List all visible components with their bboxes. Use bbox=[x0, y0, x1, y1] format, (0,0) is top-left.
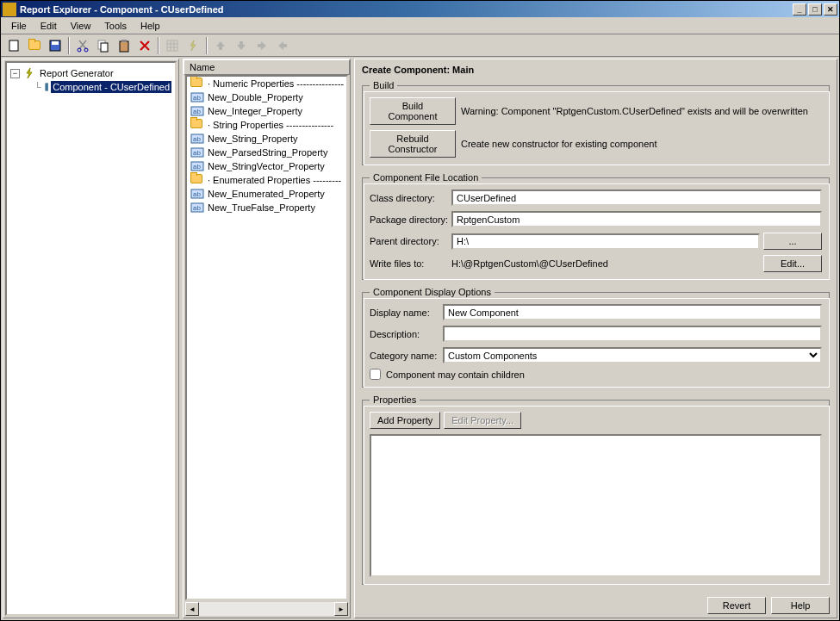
class-dir-input[interactable] bbox=[451, 189, 822, 206]
tree-root[interactable]: − Report Generator bbox=[10, 66, 171, 80]
menu-file[interactable]: File bbox=[4, 19, 34, 33]
list-item[interactable]: abNew_Enumerated_Property bbox=[187, 187, 346, 201]
list-item[interactable]: abNew_Double_Property bbox=[187, 90, 346, 104]
display-name-input[interactable] bbox=[443, 304, 822, 320]
build-component-button[interactable]: Build Component bbox=[370, 97, 456, 125]
list-item-label: · Enumerated Properties --------- bbox=[208, 175, 341, 185]
list-item-label: New_ParsedString_Property bbox=[208, 147, 327, 158]
paste-icon[interactable] bbox=[115, 36, 134, 55]
form-panel: Create Component: Main Build Build Compo… bbox=[354, 59, 837, 618]
menu-edit[interactable]: Edit bbox=[34, 19, 64, 33]
list-header[interactable]: Name bbox=[184, 59, 350, 75]
list-item-label: · String Properties --------------- bbox=[208, 120, 333, 130]
svg-rect-2 bbox=[52, 41, 59, 45]
copy-icon[interactable] bbox=[94, 36, 113, 55]
list-body[interactable]: · Numeric Properties ---------------abNe… bbox=[185, 75, 348, 600]
menu-tools[interactable]: Tools bbox=[97, 19, 134, 33]
svg-text:ab: ab bbox=[193, 149, 201, 157]
list-item-label: New_String_Property bbox=[208, 134, 298, 144]
menubar: File Edit View Tools Help bbox=[1, 17, 839, 34]
contain-children-label: Component may contain children bbox=[386, 369, 525, 380]
list-item[interactable]: abNew_TrueFalse_Property bbox=[187, 201, 346, 214]
folder-icon bbox=[190, 119, 204, 131]
list-item[interactable]: abNew_Integer_Property bbox=[187, 104, 346, 118]
titlebar: Report Explorer - Component - CUserDefin… bbox=[1, 1, 839, 17]
properties-list[interactable] bbox=[370, 434, 822, 577]
grid-icon[interactable] bbox=[163, 36, 182, 55]
forward-icon[interactable] bbox=[252, 36, 271, 55]
category-select[interactable]: Custom Components bbox=[443, 347, 822, 363]
property-icon: ab bbox=[190, 105, 204, 117]
help-button[interactable]: Help bbox=[771, 597, 830, 614]
properties-group: Properties Add Property Edit Property... bbox=[362, 394, 830, 585]
save-icon[interactable] bbox=[46, 36, 65, 55]
scroll-right-icon[interactable]: ► bbox=[334, 602, 348, 616]
browse-button[interactable]: ... bbox=[763, 233, 822, 250]
app-icon bbox=[3, 3, 16, 16]
horizontal-scrollbar[interactable]: ◄ ► bbox=[185, 602, 348, 616]
package-dir-label: Package directory: bbox=[370, 214, 451, 225]
close-button[interactable]: ✕ bbox=[824, 3, 837, 16]
description-input[interactable] bbox=[443, 326, 822, 342]
minimize-button[interactable]: _ bbox=[793, 3, 806, 16]
list-item[interactable]: · String Properties --------------- bbox=[187, 118, 346, 132]
build-group: Build Build Component Warning: Component… bbox=[362, 80, 830, 165]
maximize-button[interactable]: □ bbox=[808, 3, 822, 16]
write-files-label: Write files to: bbox=[370, 258, 451, 269]
down-icon[interactable] bbox=[232, 36, 251, 55]
file-location-group: Component File Location Class directory:… bbox=[362, 172, 830, 280]
list-item[interactable]: abNew_ParsedString_Property bbox=[187, 146, 346, 159]
menu-help[interactable]: Help bbox=[134, 19, 167, 33]
tree-child-label: Component - CUserDefined bbox=[51, 81, 171, 93]
contain-children-checkbox[interactable] bbox=[370, 369, 381, 380]
delete-icon[interactable] bbox=[135, 36, 154, 55]
parent-dir-label: Parent directory: bbox=[370, 236, 451, 246]
list-item[interactable]: abNew_String_Property bbox=[187, 132, 346, 146]
back-icon[interactable] bbox=[273, 36, 292, 55]
tree-toggle-icon[interactable]: − bbox=[10, 69, 20, 78]
add-property-button[interactable]: Add Property bbox=[370, 412, 440, 429]
package-dir-input[interactable] bbox=[451, 211, 822, 227]
revert-button[interactable]: Revert bbox=[707, 597, 766, 614]
window-title: Report Explorer - Component - CUserDefin… bbox=[20, 4, 793, 15]
menu-view[interactable]: View bbox=[64, 19, 98, 33]
svg-rect-8 bbox=[121, 40, 127, 42]
build-warning-text: Warning: Component "RptgenCustom.CUserDe… bbox=[461, 106, 808, 116]
toolbar bbox=[1, 34, 839, 57]
property-icon: ab bbox=[190, 91, 204, 103]
display-name-label: Display name: bbox=[370, 307, 443, 318]
tree-root-label: Report Generator bbox=[38, 67, 115, 79]
property-icon: ab bbox=[190, 160, 204, 172]
svg-rect-7 bbox=[120, 41, 128, 52]
list-item[interactable]: abNew_StringVector_Property bbox=[187, 159, 346, 173]
svg-rect-6 bbox=[101, 43, 108, 52]
list-item-label: New_TrueFalse_Property bbox=[208, 202, 315, 213]
cut-icon[interactable] bbox=[73, 36, 92, 55]
svg-text:ab: ab bbox=[193, 135, 201, 143]
scroll-left-icon[interactable]: ◄ bbox=[185, 602, 199, 616]
rebuild-constructor-button[interactable]: Rebuild Constructor bbox=[370, 130, 456, 158]
folder-icon bbox=[190, 78, 204, 90]
write-files-value: H:\@RptgenCustom\@CUserDefined bbox=[451, 258, 763, 269]
property-icon: ab bbox=[190, 133, 204, 145]
svg-text:ab: ab bbox=[193, 163, 201, 171]
svg-text:ab: ab bbox=[193, 204, 201, 212]
lightning-icon[interactable] bbox=[184, 36, 202, 55]
properties-legend: Properties bbox=[370, 394, 420, 405]
parent-dir-input[interactable] bbox=[451, 233, 760, 250]
edit-button[interactable]: Edit... bbox=[763, 255, 822, 272]
rebuild-text: Create new constructor for existing comp… bbox=[461, 139, 656, 149]
list-item[interactable]: · Enumerated Properties --------- bbox=[187, 173, 346, 187]
svg-rect-9 bbox=[167, 40, 177, 51]
new-icon[interactable] bbox=[4, 36, 23, 55]
file-location-legend: Component File Location bbox=[370, 172, 482, 183]
tree-child[interactable]: └ Component - CUserDefined bbox=[34, 80, 171, 94]
list-item-label: · Numeric Properties --------------- bbox=[208, 78, 344, 89]
list-item-label: New_Enumerated_Property bbox=[208, 189, 325, 199]
open-icon[interactable] bbox=[25, 36, 44, 55]
property-icon: ab bbox=[190, 188, 204, 200]
list-item-label: New_StringVector_Property bbox=[208, 161, 325, 171]
folder-icon bbox=[190, 174, 204, 186]
list-item[interactable]: · Numeric Properties --------------- bbox=[187, 77, 346, 90]
up-icon[interactable] bbox=[211, 36, 230, 55]
